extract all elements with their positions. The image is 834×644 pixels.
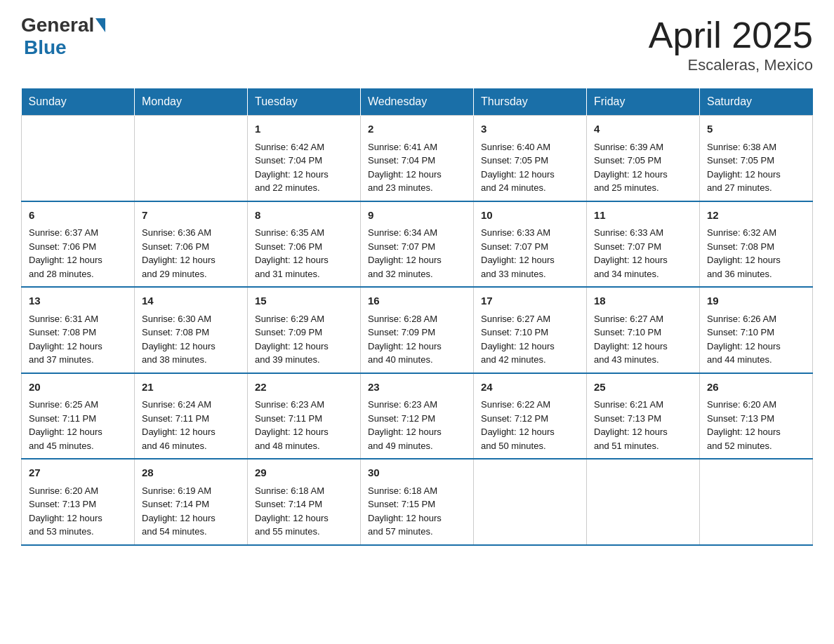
calendar-cell: 25Sunrise: 6:21 AMSunset: 7:13 PMDayligh…	[587, 373, 700, 459]
day-info: Sunrise: 6:35 AMSunset: 7:06 PMDaylight:…	[255, 226, 353, 281]
day-info: Sunrise: 6:24 AMSunset: 7:11 PMDaylight:…	[142, 398, 240, 452]
calendar-cell: 28Sunrise: 6:19 AMSunset: 7:14 PMDayligh…	[135, 459, 248, 545]
day-info: Sunrise: 6:27 AMSunset: 7:10 PMDaylight:…	[481, 312, 579, 367]
logo: General Blue	[21, 14, 107, 59]
day-info: Sunrise: 6:37 AMSunset: 7:06 PMDaylight:…	[29, 226, 127, 281]
day-info: Sunrise: 6:42 AMSunset: 7:04 PMDaylight:…	[255, 140, 353, 195]
calendar-cell: 17Sunrise: 6:27 AMSunset: 7:10 PMDayligh…	[474, 287, 587, 373]
day-info: Sunrise: 6:33 AMSunset: 7:07 PMDaylight:…	[481, 226, 579, 281]
day-info: Sunrise: 6:32 AMSunset: 7:08 PMDaylight:…	[707, 226, 805, 281]
day-number: 5	[707, 121, 805, 137]
calendar-cell: 18Sunrise: 6:27 AMSunset: 7:10 PMDayligh…	[587, 287, 700, 373]
day-number: 12	[707, 208, 805, 224]
calendar-cell: 2Sunrise: 6:41 AMSunset: 7:04 PMDaylight…	[361, 116, 474, 201]
page-title: April 2025	[649, 14, 813, 56]
weekday-header-thursday: Thursday	[474, 88, 587, 116]
calendar-cell: 21Sunrise: 6:24 AMSunset: 7:11 PMDayligh…	[135, 373, 248, 459]
calendar-cell: 8Sunrise: 6:35 AMSunset: 7:06 PMDaylight…	[248, 201, 361, 288]
logo-blue-text: Blue	[24, 36, 67, 58]
day-info: Sunrise: 6:29 AMSunset: 7:09 PMDaylight:…	[255, 312, 353, 367]
day-info: Sunrise: 6:39 AMSunset: 7:05 PMDaylight:…	[594, 140, 692, 195]
calendar-cell: 3Sunrise: 6:40 AMSunset: 7:05 PMDaylight…	[474, 116, 587, 201]
day-number: 19	[707, 293, 805, 309]
day-info: Sunrise: 6:27 AMSunset: 7:10 PMDaylight:…	[594, 312, 692, 367]
logo-general-text: General	[21, 14, 94, 36]
day-info: Sunrise: 6:25 AMSunset: 7:11 PMDaylight:…	[29, 398, 127, 452]
page-header: General Blue April 2025 Escaleras, Mexic…	[21, 14, 813, 74]
day-info: Sunrise: 6:30 AMSunset: 7:08 PMDaylight:…	[142, 312, 240, 367]
logo-text: General	[21, 14, 107, 36]
day-number: 8	[255, 208, 353, 224]
calendar-cell: 7Sunrise: 6:36 AMSunset: 7:06 PMDaylight…	[135, 201, 248, 288]
calendar-cell: 13Sunrise: 6:31 AMSunset: 7:08 PMDayligh…	[22, 287, 135, 373]
day-number: 24	[481, 380, 579, 396]
calendar-week-row: 1Sunrise: 6:42 AMSunset: 7:04 PMDaylight…	[22, 116, 813, 201]
weekday-header-monday: Monday	[135, 88, 248, 116]
day-number: 13	[29, 293, 127, 309]
day-info: Sunrise: 6:28 AMSunset: 7:09 PMDaylight:…	[368, 312, 466, 367]
weekday-header-friday: Friday	[587, 88, 700, 116]
day-number: 4	[594, 121, 692, 137]
calendar-cell: 20Sunrise: 6:25 AMSunset: 7:11 PMDayligh…	[22, 373, 135, 459]
weekday-header-row: SundayMondayTuesdayWednesdayThursdayFrid…	[22, 88, 813, 116]
weekday-header-sunday: Sunday	[22, 88, 135, 116]
day-number: 10	[481, 208, 579, 224]
day-number: 1	[255, 121, 353, 137]
calendar-cell: 23Sunrise: 6:23 AMSunset: 7:12 PMDayligh…	[361, 373, 474, 459]
calendar-cell: 10Sunrise: 6:33 AMSunset: 7:07 PMDayligh…	[474, 201, 587, 288]
calendar-cell	[587, 459, 700, 545]
day-number: 9	[368, 208, 466, 224]
day-info: Sunrise: 6:20 AMSunset: 7:13 PMDaylight:…	[707, 398, 805, 452]
weekday-header-wednesday: Wednesday	[361, 88, 474, 116]
day-number: 15	[255, 293, 353, 309]
day-number: 14	[142, 293, 240, 309]
calendar-cell: 19Sunrise: 6:26 AMSunset: 7:10 PMDayligh…	[700, 287, 813, 373]
calendar-table: SundayMondayTuesdayWednesdayThursdayFrid…	[21, 88, 813, 546]
calendar-cell	[700, 459, 813, 545]
calendar-cell: 30Sunrise: 6:18 AMSunset: 7:15 PMDayligh…	[361, 459, 474, 545]
title-block: April 2025 Escaleras, Mexico	[649, 14, 813, 74]
calendar-cell: 26Sunrise: 6:20 AMSunset: 7:13 PMDayligh…	[700, 373, 813, 459]
calendar-cell: 15Sunrise: 6:29 AMSunset: 7:09 PMDayligh…	[248, 287, 361, 373]
day-info: Sunrise: 6:31 AMSunset: 7:08 PMDaylight:…	[29, 312, 127, 367]
day-info: Sunrise: 6:20 AMSunset: 7:13 PMDaylight:…	[29, 484, 127, 539]
day-info: Sunrise: 6:22 AMSunset: 7:12 PMDaylight:…	[481, 398, 579, 452]
calendar-cell: 1Sunrise: 6:42 AMSunset: 7:04 PMDaylight…	[248, 116, 361, 201]
day-info: Sunrise: 6:41 AMSunset: 7:04 PMDaylight:…	[368, 140, 466, 195]
calendar-cell: 16Sunrise: 6:28 AMSunset: 7:09 PMDayligh…	[361, 287, 474, 373]
calendar-cell: 29Sunrise: 6:18 AMSunset: 7:14 PMDayligh…	[248, 459, 361, 545]
day-info: Sunrise: 6:18 AMSunset: 7:14 PMDaylight:…	[255, 484, 353, 539]
calendar-cell: 12Sunrise: 6:32 AMSunset: 7:08 PMDayligh…	[700, 201, 813, 288]
day-info: Sunrise: 6:23 AMSunset: 7:12 PMDaylight:…	[368, 398, 466, 452]
day-info: Sunrise: 6:18 AMSunset: 7:15 PMDaylight:…	[368, 484, 466, 539]
day-number: 3	[481, 121, 579, 137]
calendar-week-row: 20Sunrise: 6:25 AMSunset: 7:11 PMDayligh…	[22, 373, 813, 459]
day-number: 25	[594, 380, 692, 396]
weekday-header-saturday: Saturday	[700, 88, 813, 116]
day-info: Sunrise: 6:40 AMSunset: 7:05 PMDaylight:…	[481, 140, 579, 195]
calendar-cell: 5Sunrise: 6:38 AMSunset: 7:05 PMDaylight…	[700, 116, 813, 201]
day-info: Sunrise: 6:33 AMSunset: 7:07 PMDaylight:…	[594, 226, 692, 281]
calendar-cell: 11Sunrise: 6:33 AMSunset: 7:07 PMDayligh…	[587, 201, 700, 288]
calendar-cell	[474, 459, 587, 545]
calendar-cell: 9Sunrise: 6:34 AMSunset: 7:07 PMDaylight…	[361, 201, 474, 288]
calendar-header: SundayMondayTuesdayWednesdayThursdayFrid…	[22, 88, 813, 116]
calendar-week-row: 13Sunrise: 6:31 AMSunset: 7:08 PMDayligh…	[22, 287, 813, 373]
calendar-cell: 22Sunrise: 6:23 AMSunset: 7:11 PMDayligh…	[248, 373, 361, 459]
day-info: Sunrise: 6:34 AMSunset: 7:07 PMDaylight:…	[368, 226, 466, 281]
day-number: 7	[142, 208, 240, 224]
calendar-week-row: 27Sunrise: 6:20 AMSunset: 7:13 PMDayligh…	[22, 459, 813, 545]
calendar-cell: 4Sunrise: 6:39 AMSunset: 7:05 PMDaylight…	[587, 116, 700, 201]
day-number: 26	[707, 380, 805, 396]
calendar-week-row: 6Sunrise: 6:37 AMSunset: 7:06 PMDaylight…	[22, 201, 813, 288]
calendar-cell	[22, 116, 135, 201]
calendar-cell: 27Sunrise: 6:20 AMSunset: 7:13 PMDayligh…	[22, 459, 135, 545]
day-number: 2	[368, 121, 466, 137]
day-number: 27	[29, 465, 127, 481]
day-number: 23	[368, 380, 466, 396]
calendar-cell	[135, 116, 248, 201]
day-number: 18	[594, 293, 692, 309]
calendar-cell: 14Sunrise: 6:30 AMSunset: 7:08 PMDayligh…	[135, 287, 248, 373]
day-number: 11	[594, 208, 692, 224]
day-info: Sunrise: 6:38 AMSunset: 7:05 PMDaylight:…	[707, 140, 805, 195]
